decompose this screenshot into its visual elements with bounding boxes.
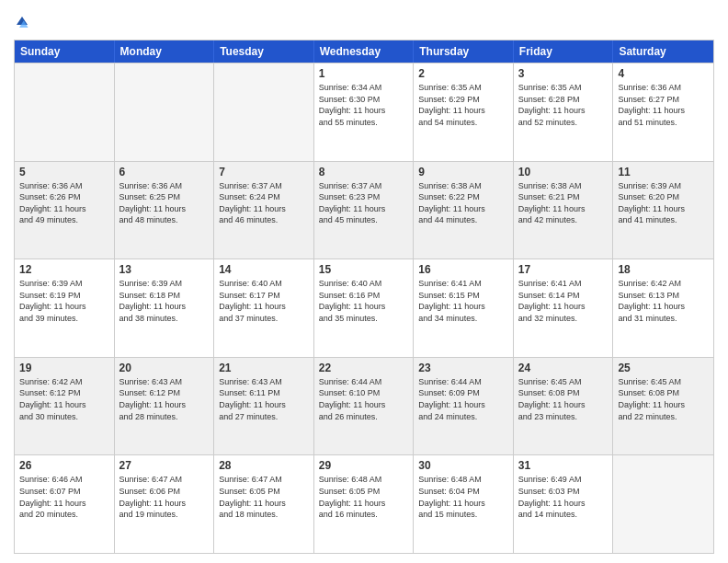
day-cell-24: 24Sunrise: 6:45 AM Sunset: 6:08 PM Dayli… [514, 358, 614, 455]
day-info: Sunrise: 6:39 AM Sunset: 6:19 PM Dayligh… [19, 278, 109, 324]
day-cell-21: 21Sunrise: 6:43 AM Sunset: 6:11 PM Dayli… [214, 358, 314, 455]
day-info: Sunrise: 6:41 AM Sunset: 6:14 PM Dayligh… [518, 278, 609, 324]
day-info: Sunrise: 6:39 AM Sunset: 6:20 PM Dayligh… [618, 180, 709, 226]
day-number: 23 [418, 362, 508, 374]
day-cell-1: 1Sunrise: 6:34 AM Sunset: 6:30 PM Daylig… [314, 63, 415, 161]
day-number: 20 [119, 362, 210, 374]
day-number: 5 [19, 166, 109, 178]
day-number: 3 [518, 67, 609, 80]
day-info: Sunrise: 6:40 AM Sunset: 6:17 PM Dayligh… [219, 278, 309, 324]
day-info: Sunrise: 6:38 AM Sunset: 6:22 PM Dayligh… [418, 180, 508, 226]
day-cell-26: 26Sunrise: 6:46 AM Sunset: 6:07 PM Dayli… [15, 455, 115, 553]
day-cell-13: 13Sunrise: 6:39 AM Sunset: 6:18 PM Dayli… [115, 259, 215, 357]
day-cell-23: 23Sunrise: 6:44 AM Sunset: 6:09 PM Dayli… [414, 358, 514, 455]
day-number: 9 [418, 166, 508, 178]
day-number: 26 [19, 459, 109, 472]
header-cell-friday: Friday [514, 40, 614, 63]
header-cell-sunday: Sunday [15, 40, 115, 63]
empty-cell [115, 63, 215, 161]
day-cell-6: 6Sunrise: 6:36 AM Sunset: 6:25 PM Daylig… [115, 162, 215, 259]
day-info: Sunrise: 6:36 AM Sunset: 6:26 PM Dayligh… [19, 180, 109, 226]
day-info: Sunrise: 6:35 AM Sunset: 6:29 PM Dayligh… [418, 82, 508, 128]
day-cell-28: 28Sunrise: 6:47 AM Sunset: 6:05 PM Dayli… [214, 455, 314, 553]
day-cell-11: 11Sunrise: 6:39 AM Sunset: 6:20 PM Dayli… [613, 162, 713, 259]
day-cell-27: 27Sunrise: 6:47 AM Sunset: 6:06 PM Dayli… [115, 455, 215, 553]
page: SundayMondayTuesdayWednesdayThursdayFrid… [0, 0, 728, 563]
header-cell-saturday: Saturday [613, 40, 713, 63]
day-cell-4: 4Sunrise: 6:36 AM Sunset: 6:27 PM Daylig… [613, 63, 713, 161]
day-info: Sunrise: 6:36 AM Sunset: 6:25 PM Dayligh… [119, 180, 210, 226]
calendar-row-1: 1Sunrise: 6:34 AM Sunset: 6:30 PM Daylig… [15, 63, 713, 161]
day-number: 28 [219, 459, 309, 472]
logo [14, 14, 32, 30]
day-cell-9: 9Sunrise: 6:38 AM Sunset: 6:22 PM Daylig… [414, 162, 514, 259]
day-info: Sunrise: 6:44 AM Sunset: 6:09 PM Dayligh… [418, 376, 508, 422]
calendar-row-4: 19Sunrise: 6:42 AM Sunset: 6:12 PM Dayli… [15, 357, 713, 455]
day-number: 18 [618, 263, 709, 276]
logo-icon [14, 14, 30, 30]
day-cell-5: 5Sunrise: 6:36 AM Sunset: 6:26 PM Daylig… [15, 162, 115, 259]
header [14, 14, 714, 30]
day-number: 31 [518, 459, 609, 472]
day-info: Sunrise: 6:37 AM Sunset: 6:23 PM Dayligh… [319, 180, 409, 226]
day-number: 2 [418, 67, 508, 80]
day-cell-31: 31Sunrise: 6:49 AM Sunset: 6:03 PM Dayli… [514, 455, 614, 553]
day-cell-20: 20Sunrise: 6:43 AM Sunset: 6:12 PM Dayli… [115, 358, 215, 455]
header-cell-monday: Monday [115, 40, 215, 63]
day-number: 27 [119, 459, 210, 472]
day-number: 16 [418, 263, 508, 276]
calendar-row-5: 26Sunrise: 6:46 AM Sunset: 6:07 PM Dayli… [15, 454, 713, 553]
day-cell-25: 25Sunrise: 6:45 AM Sunset: 6:08 PM Dayli… [613, 358, 713, 455]
day-info: Sunrise: 6:45 AM Sunset: 6:08 PM Dayligh… [518, 376, 609, 422]
day-cell-16: 16Sunrise: 6:41 AM Sunset: 6:15 PM Dayli… [414, 259, 514, 357]
day-number: 24 [518, 362, 609, 374]
day-cell-3: 3Sunrise: 6:35 AM Sunset: 6:28 PM Daylig… [514, 63, 614, 161]
header-cell-thursday: Thursday [414, 40, 514, 63]
day-cell-19: 19Sunrise: 6:42 AM Sunset: 6:12 PM Dayli… [15, 358, 115, 455]
day-info: Sunrise: 6:43 AM Sunset: 6:11 PM Dayligh… [219, 376, 309, 422]
calendar-header-row: SundayMondayTuesdayWednesdayThursdayFrid… [15, 40, 713, 63]
header-cell-tuesday: Tuesday [214, 40, 314, 63]
day-cell-29: 29Sunrise: 6:48 AM Sunset: 6:05 PM Dayli… [314, 455, 415, 553]
day-info: Sunrise: 6:34 AM Sunset: 6:30 PM Dayligh… [319, 82, 409, 128]
day-number: 19 [19, 362, 109, 374]
header-cell-wednesday: Wednesday [314, 40, 415, 63]
day-info: Sunrise: 6:43 AM Sunset: 6:12 PM Dayligh… [119, 376, 210, 422]
day-number: 11 [618, 166, 709, 178]
day-cell-2: 2Sunrise: 6:35 AM Sunset: 6:29 PM Daylig… [414, 63, 514, 161]
day-number: 14 [219, 263, 309, 276]
day-number: 25 [618, 362, 709, 374]
day-cell-30: 30Sunrise: 6:48 AM Sunset: 6:04 PM Dayli… [414, 455, 514, 553]
day-info: Sunrise: 6:41 AM Sunset: 6:15 PM Dayligh… [418, 278, 508, 324]
calendar-row-2: 5Sunrise: 6:36 AM Sunset: 6:26 PM Daylig… [15, 161, 713, 259]
day-cell-18: 18Sunrise: 6:42 AM Sunset: 6:13 PM Dayli… [613, 259, 713, 357]
day-cell-15: 15Sunrise: 6:40 AM Sunset: 6:16 PM Dayli… [314, 259, 415, 357]
day-info: Sunrise: 6:47 AM Sunset: 6:05 PM Dayligh… [219, 474, 309, 520]
day-info: Sunrise: 6:46 AM Sunset: 6:07 PM Dayligh… [19, 474, 109, 520]
day-info: Sunrise: 6:48 AM Sunset: 6:04 PM Dayligh… [418, 474, 508, 520]
day-number: 29 [319, 459, 409, 472]
day-info: Sunrise: 6:47 AM Sunset: 6:06 PM Dayligh… [119, 474, 210, 520]
day-number: 12 [19, 263, 109, 276]
day-number: 7 [219, 166, 309, 178]
day-info: Sunrise: 6:38 AM Sunset: 6:21 PM Dayligh… [518, 180, 609, 226]
day-info: Sunrise: 6:40 AM Sunset: 6:16 PM Dayligh… [319, 278, 409, 324]
day-number: 22 [319, 362, 409, 374]
day-number: 17 [518, 263, 609, 276]
day-cell-10: 10Sunrise: 6:38 AM Sunset: 6:21 PM Dayli… [514, 162, 614, 259]
day-number: 13 [119, 263, 210, 276]
day-number: 8 [319, 166, 409, 178]
day-info: Sunrise: 6:39 AM Sunset: 6:18 PM Dayligh… [119, 278, 210, 324]
day-cell-12: 12Sunrise: 6:39 AM Sunset: 6:19 PM Dayli… [15, 259, 115, 357]
empty-cell [214, 63, 314, 161]
day-info: Sunrise: 6:42 AM Sunset: 6:12 PM Dayligh… [19, 376, 109, 422]
day-info: Sunrise: 6:35 AM Sunset: 6:28 PM Dayligh… [518, 82, 609, 128]
day-info: Sunrise: 6:36 AM Sunset: 6:27 PM Dayligh… [618, 82, 709, 128]
day-number: 30 [418, 459, 508, 472]
day-cell-14: 14Sunrise: 6:40 AM Sunset: 6:17 PM Dayli… [214, 259, 314, 357]
day-info: Sunrise: 6:44 AM Sunset: 6:10 PM Dayligh… [319, 376, 409, 422]
day-info: Sunrise: 6:45 AM Sunset: 6:08 PM Dayligh… [618, 376, 709, 422]
day-cell-17: 17Sunrise: 6:41 AM Sunset: 6:14 PM Dayli… [514, 259, 614, 357]
day-number: 6 [119, 166, 210, 178]
calendar: SundayMondayTuesdayWednesdayThursdayFrid… [14, 40, 714, 554]
